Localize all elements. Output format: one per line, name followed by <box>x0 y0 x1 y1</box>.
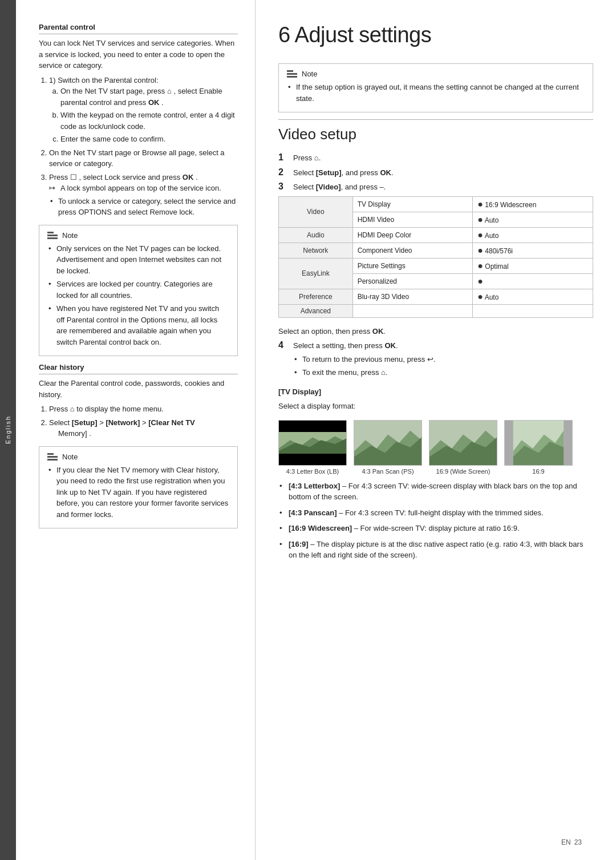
ok-label-1: OK <box>148 98 160 107</box>
note2-bullet-1: If you clear the Net TV memory with Clea… <box>47 465 229 520</box>
right-note-box: Note If the setup option is grayed out, … <box>278 63 593 112</box>
note-label-1: Note <box>62 231 78 240</box>
format-widescreen: 16:9 (Wide Screen) <box>429 420 497 475</box>
step1a: On the Net TV start page, press ⌂ , sele… <box>60 86 238 108</box>
clear-history-heading: Clear history <box>39 363 238 374</box>
desc-letterbox: [4:3 Letterbox] – For 4:3 screen TV: wid… <box>278 481 593 503</box>
right-note-icon <box>287 70 297 78</box>
format-panscan: 4:3 Pan Scan (PS) <box>354 420 422 475</box>
bullet-item-1: To unlock a service or category, select … <box>49 196 238 218</box>
note-box-2: Note If you clear the Net TV memory with… <box>39 446 238 529</box>
note1-bullet-1: Only services on the Net TV pages can be… <box>47 243 229 277</box>
step-text-2: Select [Setup], and press OK. <box>293 167 394 179</box>
landscape-svg-169 <box>505 421 572 465</box>
chapter-number: 6 <box>278 23 290 47</box>
step-text-1: Press ⌂. <box>293 152 321 164</box>
option-tv-display: TV Display <box>352 196 473 212</box>
tv-display-sub: Select a display format: <box>278 401 593 412</box>
option-personalized: Personalized <box>352 273 473 289</box>
label-169: 16:9 <box>532 468 544 475</box>
video-step-2: 2 Select [Setup], and press OK. <box>278 167 593 179</box>
settings-table: Video TV Display ● 16:9 Widescreen HDMI … <box>278 196 593 318</box>
clear-step2-gt2: > <box>142 418 147 427</box>
video-step-1: 1 Press ⌂. <box>278 152 593 164</box>
note2-list: If you clear the Net TV memory with Clea… <box>47 465 229 520</box>
page-number: 23 <box>574 838 582 846</box>
parental-control-section: Parental control You can lock Net TV ser… <box>39 23 238 218</box>
parental-control-intro: You can lock Net TV services and service… <box>39 38 238 71</box>
clear-step2-memory: Memory] <box>49 429 87 438</box>
right-note-list: If the setup option is grayed out, it me… <box>287 82 585 104</box>
value-component: ● 480i/576i <box>473 243 593 258</box>
note-icon-1 <box>47 232 58 239</box>
desc-widescreen: [16:9 Widescreen] – For wide-screen TV: … <box>278 523 593 534</box>
separator-1 <box>278 119 593 120</box>
note-header-1: Note <box>47 231 229 240</box>
right-note-header: Note <box>287 70 585 78</box>
home-icon-inline: ⌂ <box>167 87 172 95</box>
cat-advanced: Advanced <box>279 304 353 317</box>
table-row-component: Network Component Video ● 480i/576i <box>279 243 593 258</box>
thumb-letterbox <box>278 420 347 466</box>
landscape-svg-lb <box>279 432 346 454</box>
clear-step2-setup: [Setup] <box>72 418 99 427</box>
step3-after: , select Lock service and press <box>79 173 180 181</box>
side-tab: English <box>0 0 16 860</box>
step1b: With the keypad on the remote control, e… <box>60 110 238 132</box>
clear-step-2: Select [Setup] > [Network] > [Clear Net … <box>49 417 238 439</box>
en-label: EN <box>561 838 571 846</box>
clear-step-1: Press ⌂ to display the home menu. <box>49 403 238 415</box>
step3-end: . <box>196 173 198 181</box>
table-row-tv-display: Video TV Display ● 16:9 Widescreen <box>279 196 593 212</box>
right-column: 6 Adjust settings Note If the setup opti… <box>256 0 616 860</box>
option-picture: Picture Settings <box>352 258 473 273</box>
return-bullet: To return to the previous menu, press ↩. <box>293 354 436 365</box>
desc-panscan: [4:3 Panscan] – For 4:3 screen TV: full-… <box>278 507 593 519</box>
chapter-title-main: Adjust settings <box>295 23 432 47</box>
main-content: Parental control You can lock Net TV ser… <box>16 0 616 860</box>
note1-bullet-2: Services are locked per country. Categor… <box>47 278 229 301</box>
step-num-3: 3 <box>278 181 287 192</box>
clear-history-intro: Clear the Parental control code, passwor… <box>39 378 238 400</box>
right-note-label: Note <box>302 70 317 78</box>
label-letterbox: 4:3 Letter Box (LB) <box>286 468 339 475</box>
home-icon-clear: ⌂ <box>70 405 75 413</box>
step1c: Enter the same code to confirm. <box>60 134 238 145</box>
right-note-bullet-1: If the setup option is grayed out, it me… <box>287 82 585 104</box>
step1a-text1: On the Net TV start page, press <box>60 87 165 95</box>
format-letterbox: 4:3 Letter Box (LB) <box>278 420 347 475</box>
arrow-item-1: A lock symbol appears on top of the serv… <box>49 183 238 194</box>
value-bluray: ● Auto <box>473 289 593 304</box>
value-hdmi-video: ● Auto <box>473 212 593 227</box>
note-header-2: Note <box>47 453 229 461</box>
left-column: Parental control You can lock Net TV ser… <box>16 0 256 860</box>
option-hdmi-deep: HDMI Deep Color <box>352 227 473 243</box>
display-formats: 4:3 Letter Box (LB) 4:3 Pan Scan (PS) <box>278 420 593 475</box>
tv-display-heading: [TV Display] <box>278 386 593 398</box>
video-setup-title: Video setup <box>278 126 593 143</box>
cat-audio: Audio <box>279 227 353 243</box>
parental-control-heading: Parental control <box>39 23 238 34</box>
label-widescreen: 16:9 (Wide Screen) <box>436 468 491 475</box>
chapter-title: 6 Adjust settings <box>278 23 593 47</box>
note1-list: Only services on the Net TV pages can be… <box>47 243 229 348</box>
step1-label: 1) Switch on the Parental control: <box>49 76 159 84</box>
step-text-3: Select [Video], and press –. <box>293 181 386 193</box>
parental-control-steps: 1) Switch on the Parental control: On th… <box>39 75 238 218</box>
ok-label-2: OK <box>183 173 194 181</box>
step-num-2: 2 <box>278 167 287 177</box>
label-panscan: 4:3 Pan Scan (PS) <box>362 468 414 475</box>
step-num-4: 4 <box>278 340 287 350</box>
value-tv-display: ● 16:9 Widescreen <box>473 196 593 212</box>
format-169: 16:9 <box>504 420 573 475</box>
cat-preference: Preference <box>279 289 353 304</box>
note-icon-2 <box>47 453 58 461</box>
step-text-4: Select a setting, then press OK. To retu… <box>293 340 436 381</box>
step-num-1: 1 <box>278 152 287 163</box>
cat-video: Video <box>279 196 353 227</box>
video-step-4: 4 Select a setting, then press OK. To re… <box>278 340 593 381</box>
landscape-svg-ws <box>429 421 497 465</box>
table-row-picture: EasyLink Picture Settings ● Optimal <box>279 258 593 273</box>
note1-bullet-3: When you have registered Net TV and you … <box>47 303 229 348</box>
thumb-169 <box>504 420 573 466</box>
